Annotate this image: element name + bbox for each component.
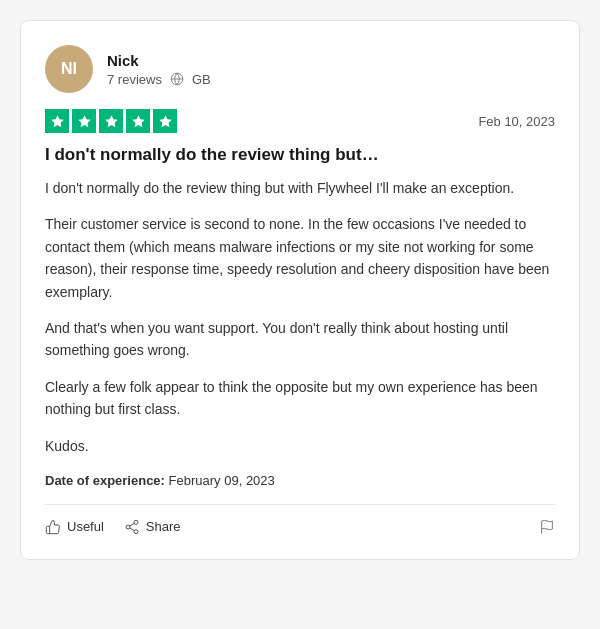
date-of-experience-label: Date of experience: (45, 473, 165, 488)
share-label: Share (146, 519, 181, 534)
star-rating (45, 109, 177, 133)
review-body: I don't normally do the review thing but… (45, 177, 555, 457)
review-paragraph-5: Kudos. (45, 435, 555, 457)
thumbs-up-icon (45, 519, 61, 535)
reviewer-info: Nick 7 reviews GB (107, 52, 211, 87)
svg-marker-1 (51, 115, 64, 127)
review-meta-row: Feb 10, 2023 (45, 109, 555, 133)
star-4 (126, 109, 150, 133)
star-3 (99, 109, 123, 133)
review-count: 7 reviews (107, 72, 162, 87)
date-of-experience-value-text: February 09, 2023 (169, 473, 275, 488)
flag-icon (539, 519, 555, 535)
star-1 (45, 109, 69, 133)
reviewer-name: Nick (107, 52, 211, 69)
svg-point-7 (126, 525, 130, 529)
useful-label: Useful (67, 519, 104, 534)
review-paragraph-2: Their customer service is second to none… (45, 213, 555, 303)
globe-icon (170, 72, 184, 86)
star-5 (153, 109, 177, 133)
review-paragraph-4: Clearly a few folk appear to think the o… (45, 376, 555, 421)
svg-marker-4 (132, 115, 145, 127)
reviewer-meta: 7 reviews GB (107, 72, 211, 87)
useful-button[interactable]: Useful (45, 519, 104, 535)
review-date: Feb 10, 2023 (478, 114, 555, 129)
svg-marker-3 (105, 115, 118, 127)
avatar: NI (45, 45, 93, 93)
star-2 (72, 109, 96, 133)
svg-line-9 (130, 528, 135, 531)
review-card: NI Nick 7 reviews GB (20, 20, 580, 560)
flag-button[interactable] (539, 519, 555, 535)
actions-row: Useful Share (45, 505, 555, 535)
date-of-experience: Date of experience: February 09, 2023 (45, 473, 555, 488)
review-paragraph-1: I don't normally do the review thing but… (45, 177, 555, 199)
svg-marker-2 (78, 115, 91, 127)
review-paragraph-3: And that's when you want support. You do… (45, 317, 555, 362)
review-title: I don't normally do the review thing but… (45, 145, 555, 165)
svg-point-8 (134, 530, 138, 534)
svg-marker-5 (159, 115, 172, 127)
svg-point-6 (134, 520, 138, 524)
reviewer-header: NI Nick 7 reviews GB (45, 45, 555, 93)
svg-line-10 (130, 523, 135, 526)
actions-left: Useful Share (45, 519, 181, 535)
share-icon (124, 519, 140, 535)
reviewer-country: GB (192, 72, 211, 87)
share-button[interactable]: Share (124, 519, 181, 535)
